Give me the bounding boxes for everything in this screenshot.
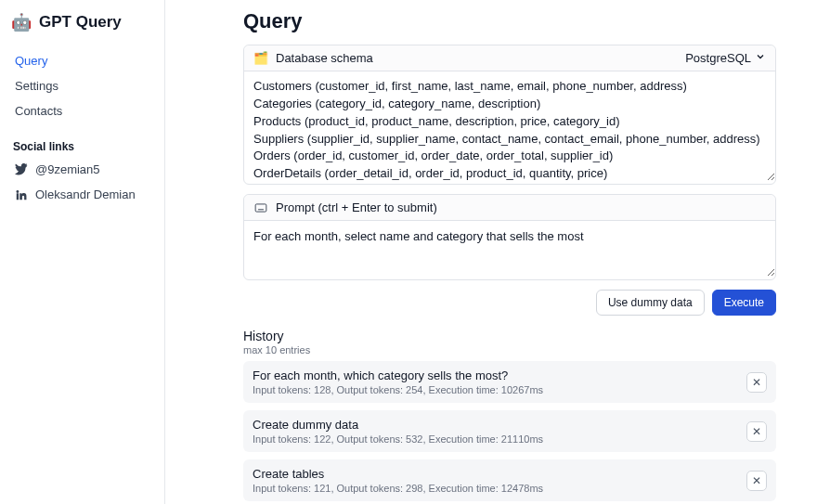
schema-head-label: Database schema — [276, 51, 678, 65]
history-head: History max 10 entries — [243, 329, 776, 355]
history-item-text: Create tables Input tokens: 121, Output … — [253, 467, 739, 494]
schema-icon: 🗂️ — [253, 51, 268, 65]
svg-rect-0 — [255, 203, 266, 211]
history-item[interactable]: Create tables Input tokens: 121, Output … — [243, 459, 776, 501]
history-delete-button[interactable]: ✕ — [746, 372, 767, 393]
close-icon: ✕ — [752, 425, 761, 438]
twitter-icon — [15, 163, 28, 176]
page-title: Query — [243, 9, 776, 33]
social-twitter-label: @9zemian5 — [35, 162, 100, 176]
schema-panel-head: 🗂️ Database schema PostgreSQL — [244, 45, 775, 71]
history-delete-button[interactable]: ✕ — [746, 421, 767, 442]
action-row: Use dummy data Execute — [243, 290, 776, 316]
history-subtitle: max 10 entries — [243, 344, 776, 355]
main-content: Query 🗂️ Database schema PostgreSQL Prom… — [165, 0, 817, 504]
history-item-query: Create tables — [253, 467, 739, 481]
nav-item-settings[interactable]: Settings — [9, 73, 161, 98]
nav-item-query[interactable]: Query — [9, 48, 161, 73]
social-twitter[interactable]: @9zemian5 — [9, 157, 161, 182]
social-heading: Social links — [9, 136, 161, 157]
social-linkedin[interactable]: Oleksandr Demian — [9, 182, 161, 207]
prompt-textarea[interactable] — [244, 221, 775, 277]
sidebar: 🤖 GPT Query Query Settings Contacts Soci… — [0, 0, 165, 504]
history-item[interactable]: Create dummy data Input tokens: 122, Out… — [243, 410, 776, 452]
linkedin-icon — [15, 188, 28, 201]
sidebar-nav: Query Settings Contacts — [9, 48, 161, 123]
schema-panel: 🗂️ Database schema PostgreSQL — [243, 45, 776, 185]
history-item-text: For each month, which category sells the… — [253, 368, 739, 395]
schema-textarea[interactable] — [244, 71, 775, 181]
chevron-down-icon — [755, 51, 766, 65]
history-item-query: For each month, which category sells the… — [253, 368, 739, 382]
brand: 🤖 GPT Query — [9, 11, 161, 43]
use-dummy-data-button[interactable]: Use dummy data — [596, 290, 705, 316]
history-item-meta: Input tokens: 128, Output tokens: 254, E… — [253, 384, 739, 395]
history-item-query: Create dummy data — [253, 418, 739, 432]
history-item-text: Create dummy data Input tokens: 122, Out… — [253, 418, 739, 445]
execute-button[interactable]: Execute — [712, 290, 776, 316]
history-item-meta: Input tokens: 121, Output tokens: 298, E… — [253, 483, 739, 494]
keyboard-icon — [253, 201, 268, 214]
prompt-panel: Prompt (ctrl + Enter to submit) — [243, 194, 776, 280]
db-select-value: PostgreSQL — [685, 51, 751, 65]
nav-item-contacts[interactable]: Contacts — [9, 98, 161, 123]
brand-title: GPT Query — [39, 13, 122, 32]
close-icon: ✕ — [752, 376, 761, 389]
history-delete-button[interactable]: ✕ — [746, 471, 767, 491]
db-select[interactable]: PostgreSQL — [685, 51, 766, 65]
history-item[interactable]: For each month, which category sells the… — [243, 361, 776, 403]
history-item-meta: Input tokens: 122, Output tokens: 532, E… — [253, 433, 739, 445]
history-title: History — [243, 329, 776, 343]
robot-icon: 🤖 — [11, 14, 32, 31]
close-icon: ✕ — [752, 474, 761, 487]
prompt-panel-head: Prompt (ctrl + Enter to submit) — [244, 195, 775, 221]
social-linkedin-label: Oleksandr Demian — [35, 187, 136, 201]
prompt-head-label: Prompt (ctrl + Enter to submit) — [276, 200, 766, 214]
